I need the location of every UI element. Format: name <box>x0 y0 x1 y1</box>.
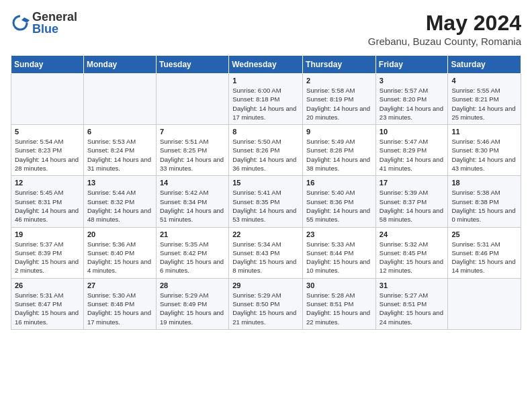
calendar-cell: 17Sunrise: 5:39 AMSunset: 8:37 PMDayligh… <box>375 176 448 227</box>
day-number: 7 <box>160 128 225 136</box>
day-info: Sunrise: 5:50 AMSunset: 8:26 PMDaylight:… <box>232 137 299 173</box>
day-info: Sunrise: 5:58 AMSunset: 8:19 PMDaylight:… <box>306 86 372 122</box>
calendar-cell: 22Sunrise: 5:34 AMSunset: 8:43 PMDayligh… <box>229 227 303 278</box>
day-info: Sunrise: 5:40 AMSunset: 8:36 PMDaylight:… <box>306 188 372 224</box>
calendar-cell: 9Sunrise: 5:49 AMSunset: 8:28 PMDaylight… <box>303 125 376 176</box>
day-info: Sunrise: 5:42 AMSunset: 8:34 PMDaylight:… <box>160 188 225 224</box>
day-number: 18 <box>451 179 517 187</box>
calendar-cell: 16Sunrise: 5:40 AMSunset: 8:36 PMDayligh… <box>303 176 376 227</box>
calendar-cell: 31Sunrise: 5:27 AMSunset: 8:51 PMDayligh… <box>375 278 448 329</box>
calendar-cell: 3Sunrise: 5:57 AMSunset: 8:20 PMDaylight… <box>375 74 448 125</box>
day-number: 27 <box>87 281 152 289</box>
day-info: Sunrise: 5:41 AMSunset: 8:35 PMDaylight:… <box>232 188 299 224</box>
day-number: 1 <box>232 77 299 85</box>
calendar-cell: 10Sunrise: 5:47 AMSunset: 8:29 PMDayligh… <box>375 125 448 176</box>
calendar-cell: 20Sunrise: 5:36 AMSunset: 8:40 PMDayligh… <box>83 227 156 278</box>
calendar-cell: 30Sunrise: 5:28 AMSunset: 8:51 PMDayligh… <box>303 278 376 329</box>
day-number: 6 <box>87 128 152 136</box>
day-info: Sunrise: 5:51 AMSunset: 8:25 PMDaylight:… <box>160 137 225 173</box>
day-number: 28 <box>160 281 225 289</box>
day-info: Sunrise: 6:00 AMSunset: 8:18 PMDaylight:… <box>232 86 299 122</box>
day-info: Sunrise: 5:29 AMSunset: 8:49 PMDaylight:… <box>160 291 225 326</box>
day-number: 29 <box>232 281 299 289</box>
calendar-cell: 24Sunrise: 5:32 AMSunset: 8:45 PMDayligh… <box>375 227 448 278</box>
day-info: Sunrise: 5:31 AMSunset: 8:47 PMDaylight:… <box>15 291 80 326</box>
calendar-cell: 13Sunrise: 5:44 AMSunset: 8:32 PMDayligh… <box>83 176 156 227</box>
day-number: 30 <box>306 281 372 289</box>
day-number: 13 <box>87 179 152 187</box>
calendar-cell: 2Sunrise: 5:58 AMSunset: 8:19 PMDaylight… <box>303 74 376 125</box>
calendar-cell <box>448 278 521 329</box>
weekday-header: Sunday <box>11 56 84 74</box>
day-info: Sunrise: 5:46 AMSunset: 8:30 PMDaylight:… <box>451 137 517 173</box>
day-info: Sunrise: 5:30 AMSunset: 8:48 PMDaylight:… <box>87 291 152 326</box>
page-header: General Blue May 2024 Grebanu, Buzau Cou… <box>11 11 521 47</box>
calendar-cell: 1Sunrise: 6:00 AMSunset: 8:18 PMDaylight… <box>229 74 303 125</box>
day-number: 20 <box>87 230 152 238</box>
logo-blue: Blue <box>32 23 77 35</box>
day-info: Sunrise: 5:29 AMSunset: 8:50 PMDaylight:… <box>232 291 299 326</box>
calendar-cell: 14Sunrise: 5:42 AMSunset: 8:34 PMDayligh… <box>156 176 228 227</box>
weekday-header: Friday <box>375 56 448 74</box>
day-number: 14 <box>160 179 225 187</box>
calendar-cell: 5Sunrise: 5:54 AMSunset: 8:23 PMDaylight… <box>11 125 84 176</box>
calendar-cell: 23Sunrise: 5:33 AMSunset: 8:44 PMDayligh… <box>303 227 376 278</box>
day-info: Sunrise: 5:28 AMSunset: 8:51 PMDaylight:… <box>306 291 372 326</box>
day-number: 25 <box>451 230 517 238</box>
day-info: Sunrise: 5:45 AMSunset: 8:31 PMDaylight:… <box>15 188 80 224</box>
location-subtitle: Grebanu, Buzau County, Romania <box>368 36 521 47</box>
calendar-cell: 8Sunrise: 5:50 AMSunset: 8:26 PMDaylight… <box>229 125 303 176</box>
day-number: 23 <box>306 230 372 238</box>
day-number: 15 <box>232 179 299 187</box>
calendar-cell: 4Sunrise: 5:55 AMSunset: 8:21 PMDaylight… <box>448 74 521 125</box>
day-info: Sunrise: 5:55 AMSunset: 8:21 PMDaylight:… <box>451 86 517 122</box>
day-number: 11 <box>451 128 517 136</box>
weekday-header-row: SundayMondayTuesdayWednesdayThursdayFrid… <box>11 56 521 74</box>
calendar-cell: 12Sunrise: 5:45 AMSunset: 8:31 PMDayligh… <box>11 176 84 227</box>
day-info: Sunrise: 5:31 AMSunset: 8:46 PMDaylight:… <box>451 240 517 275</box>
day-number: 24 <box>380 230 445 238</box>
day-info: Sunrise: 5:35 AMSunset: 8:42 PMDaylight:… <box>160 240 225 275</box>
calendar-cell: 25Sunrise: 5:31 AMSunset: 8:46 PMDayligh… <box>448 227 521 278</box>
svg-marker-0 <box>21 17 30 23</box>
day-number: 26 <box>15 281 80 289</box>
day-number: 17 <box>380 179 445 187</box>
day-info: Sunrise: 5:32 AMSunset: 8:45 PMDaylight:… <box>380 240 445 275</box>
day-number: 8 <box>232 128 299 136</box>
logo: General Blue <box>11 11 77 35</box>
calendar-cell: 28Sunrise: 5:29 AMSunset: 8:49 PMDayligh… <box>156 278 228 329</box>
day-number: 10 <box>380 128 445 136</box>
day-number: 2 <box>306 77 372 85</box>
calendar-cell: 7Sunrise: 5:51 AMSunset: 8:25 PMDaylight… <box>156 125 228 176</box>
day-info: Sunrise: 5:37 AMSunset: 8:39 PMDaylight:… <box>15 240 80 275</box>
calendar-cell: 11Sunrise: 5:46 AMSunset: 8:30 PMDayligh… <box>448 125 521 176</box>
calendar-cell: 21Sunrise: 5:35 AMSunset: 8:42 PMDayligh… <box>156 227 228 278</box>
day-info: Sunrise: 5:39 AMSunset: 8:37 PMDaylight:… <box>380 188 445 224</box>
weekday-header: Thursday <box>303 56 376 74</box>
day-info: Sunrise: 5:53 AMSunset: 8:24 PMDaylight:… <box>87 137 152 173</box>
calendar-week-row: 5Sunrise: 5:54 AMSunset: 8:23 PMDaylight… <box>11 125 521 176</box>
calendar-week-row: 26Sunrise: 5:31 AMSunset: 8:47 PMDayligh… <box>11 278 521 329</box>
day-info: Sunrise: 5:54 AMSunset: 8:23 PMDaylight:… <box>15 137 80 173</box>
day-info: Sunrise: 5:36 AMSunset: 8:40 PMDaylight:… <box>87 240 152 275</box>
title-area: May 2024 Grebanu, Buzau County, Romania <box>368 11 521 47</box>
day-number: 19 <box>15 230 80 238</box>
weekday-header: Wednesday <box>229 56 303 74</box>
calendar-cell: 26Sunrise: 5:31 AMSunset: 8:47 PMDayligh… <box>11 278 84 329</box>
day-number: 22 <box>232 230 299 238</box>
calendar-week-row: 19Sunrise: 5:37 AMSunset: 8:39 PMDayligh… <box>11 227 521 278</box>
logo-icon <box>11 13 30 32</box>
weekday-header: Monday <box>83 56 156 74</box>
day-number: 5 <box>15 128 80 136</box>
calendar-cell <box>83 74 156 125</box>
calendar-week-row: 1Sunrise: 6:00 AMSunset: 8:18 PMDaylight… <box>11 74 521 125</box>
calendar-week-row: 12Sunrise: 5:45 AMSunset: 8:31 PMDayligh… <box>11 176 521 227</box>
logo-general: General <box>32 11 77 23</box>
day-number: 31 <box>380 281 445 289</box>
day-info: Sunrise: 5:47 AMSunset: 8:29 PMDaylight:… <box>380 137 445 173</box>
calendar-cell: 27Sunrise: 5:30 AMSunset: 8:48 PMDayligh… <box>83 278 156 329</box>
weekday-header: Tuesday <box>156 56 228 74</box>
calendar-cell: 29Sunrise: 5:29 AMSunset: 8:50 PMDayligh… <box>229 278 303 329</box>
calendar-cell: 6Sunrise: 5:53 AMSunset: 8:24 PMDaylight… <box>83 125 156 176</box>
calendar-cell: 15Sunrise: 5:41 AMSunset: 8:35 PMDayligh… <box>229 176 303 227</box>
